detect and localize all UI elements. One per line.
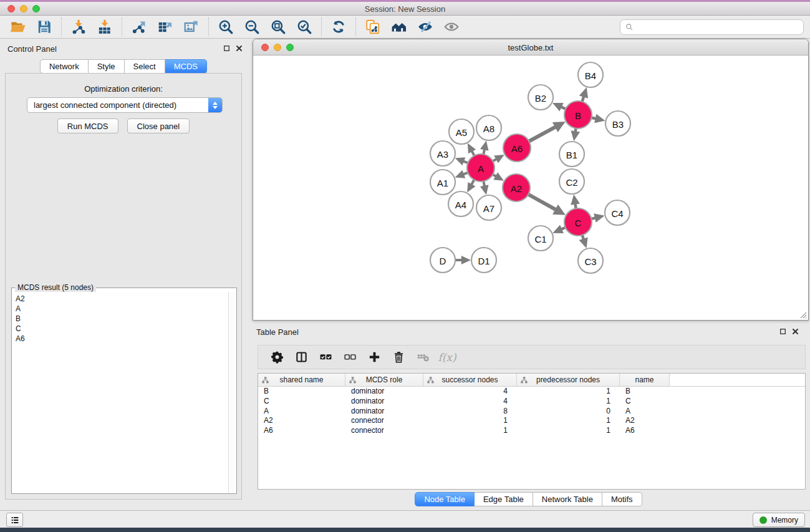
graph-node-label: C1 xyxy=(534,234,546,244)
network-window-titlebar[interactable]: testGlobe.txt xyxy=(253,39,808,56)
close-panel-button[interactable] xyxy=(234,44,243,53)
table-cell: A6 xyxy=(620,426,670,436)
delete-columns-button[interactable] xyxy=(388,347,408,367)
graph-node-label: D1 xyxy=(478,256,489,266)
control-panel: Control Panel NetworkStyleSelectMCDS Opt… xyxy=(0,39,247,510)
zoom-in-button[interactable] xyxy=(213,17,239,37)
hide-selected-button[interactable] xyxy=(412,17,438,37)
network-window-title: testGlobe.txt xyxy=(253,43,808,52)
table-panel-tabs: Node TableEdge TableNetwork TableMotifs xyxy=(247,492,810,506)
column-header-name[interactable]: name xyxy=(620,374,670,386)
function-builder-button[interactable]: f(x) xyxy=(437,347,457,367)
result-scrollbar[interactable] xyxy=(228,292,236,493)
gear-icon xyxy=(271,351,284,364)
column-header-filler xyxy=(670,374,805,386)
toggle-columns-button[interactable] xyxy=(291,347,311,367)
list-icon xyxy=(10,515,20,525)
arrowhead-icon xyxy=(571,130,580,141)
show-all-button[interactable] xyxy=(438,17,465,37)
export-image-icon xyxy=(183,19,200,35)
delete-table-button[interactable] xyxy=(413,347,433,367)
mcds-result-item: A xyxy=(16,304,224,314)
tab-edge-table[interactable]: Edge Table xyxy=(475,492,533,506)
table-float-button[interactable] xyxy=(778,327,787,336)
graph-node-label: A5 xyxy=(456,127,467,138)
run-mcds-button[interactable]: Run MCDS xyxy=(57,118,118,133)
main-toolbar xyxy=(0,16,810,39)
graph-node-label: A6 xyxy=(511,143,523,154)
trash-icon xyxy=(392,351,405,364)
export-table-icon xyxy=(157,19,173,35)
toolbar-separator xyxy=(321,17,322,36)
workspace-area: testGlobe.txt B4B2BB3A8A5A6A3B1AA1C2A2A4… xyxy=(247,39,810,510)
graph-node-label: C4 xyxy=(611,208,623,219)
column-header-successor-nodes[interactable]: successor nodes xyxy=(423,374,517,386)
column-settings-button[interactable] xyxy=(267,347,287,367)
table-cell: A6 xyxy=(258,426,345,436)
toolbar-separator xyxy=(355,17,356,36)
tree-icon xyxy=(520,376,528,384)
refresh-network-button[interactable] xyxy=(325,17,352,37)
float-panel-button[interactable] xyxy=(222,44,231,53)
zoom-out-icon xyxy=(244,19,260,35)
export-network-button[interactable] xyxy=(126,17,152,37)
table-row[interactable]: A6connector11A6 xyxy=(258,426,805,436)
zoom-selected-icon xyxy=(296,19,312,35)
search-input[interactable] xyxy=(634,21,803,34)
tab-network[interactable]: Network xyxy=(40,59,89,74)
export-image-button[interactable] xyxy=(178,17,205,37)
network-canvas[interactable]: B4B2BB3A8A5A6A3B1AA1C2A2A4A7C4CC1C3DD1 xyxy=(253,56,808,320)
optimization-criterion-label: Optimization criterion: xyxy=(6,84,241,94)
first-neighbors-button[interactable] xyxy=(386,17,412,37)
tab-mcds[interactable]: MCDS xyxy=(165,59,207,74)
resize-grip-icon[interactable] xyxy=(798,310,807,319)
import-table-button[interactable] xyxy=(92,17,118,37)
table-row[interactable]: Bdominator41B xyxy=(258,387,805,397)
tab-node-table[interactable]: Node Table xyxy=(415,492,475,506)
table-cell: C xyxy=(620,397,670,407)
zoom-in-icon xyxy=(218,19,234,35)
application-window: Session: New Session Control Panel Netwo… xyxy=(0,0,810,532)
mcds-result-title: MCDS result (5 nodes) xyxy=(15,283,96,292)
toolbar-separator xyxy=(208,17,209,36)
tab-select[interactable]: Select xyxy=(125,59,165,74)
arrowhead-icon xyxy=(571,195,580,205)
create-column-button[interactable] xyxy=(364,347,384,367)
table-cell: 0 xyxy=(517,407,620,417)
graph-node-label: A2 xyxy=(511,183,522,194)
zoom-selected-button[interactable] xyxy=(291,17,317,37)
table-header-row: shared nameMCDS rolesuccessor nodesprede… xyxy=(258,374,805,387)
table-close-button[interactable] xyxy=(791,327,799,336)
close-panel-action-button[interactable]: Close panel xyxy=(127,118,190,133)
tab-network-table[interactable]: Network Table xyxy=(533,492,602,506)
plus-icon xyxy=(368,351,381,364)
memory-button[interactable]: Memory xyxy=(753,513,805,527)
export-table-button[interactable] xyxy=(152,17,178,37)
task-history-button[interactable] xyxy=(6,513,23,527)
criterion-select[interactable]: largest connected component (directed) xyxy=(27,97,223,113)
tab-style[interactable]: Style xyxy=(89,59,125,74)
table-row[interactable]: Cdominator41C xyxy=(258,397,805,407)
open-session-button[interactable] xyxy=(5,17,31,37)
table-panel-title: Table Panel xyxy=(256,327,299,337)
table-row[interactable]: A2connector11A2 xyxy=(258,416,805,426)
float-icon xyxy=(223,44,231,52)
table-cell: connector xyxy=(345,426,423,436)
deselect-all-rows-button[interactable] xyxy=(340,347,360,367)
select-all-rows-button[interactable] xyxy=(316,347,335,367)
float-icon xyxy=(779,327,787,336)
zoom-fit-button[interactable] xyxy=(265,17,291,37)
column-header-mcds-role[interactable]: MCDS role xyxy=(345,374,423,386)
save-session-button[interactable] xyxy=(31,17,57,37)
network-graph: B4B2BB3A8A5A6A3B1AA1C2A2A4A7C4CC1C3DD1 xyxy=(253,56,808,320)
new-network-from-selection-button[interactable] xyxy=(360,17,386,37)
column-header-predecessor-nodes[interactable]: predecessor nodes xyxy=(517,374,620,386)
tab-motifs[interactable]: Motifs xyxy=(602,492,642,506)
import-table-icon xyxy=(97,19,113,35)
new-network-from-selection-icon xyxy=(365,19,381,35)
table-row[interactable]: Adominator80A xyxy=(258,407,805,417)
import-network-button[interactable] xyxy=(65,17,92,37)
column-header-shared-name[interactable]: shared name xyxy=(258,374,345,386)
zoom-out-button[interactable] xyxy=(239,17,265,37)
mcds-result-item: C xyxy=(16,324,224,334)
